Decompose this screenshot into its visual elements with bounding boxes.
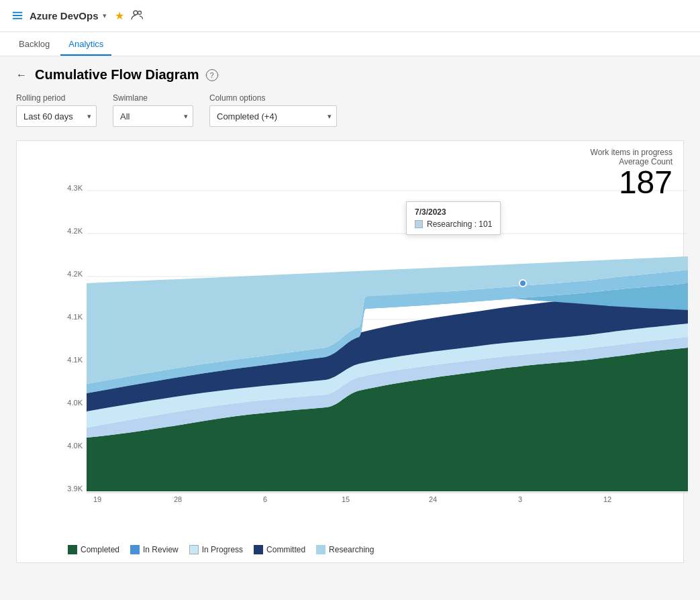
svg-text:19: 19 (93, 495, 101, 503)
svg-text:May: May (91, 504, 105, 505)
svg-text:Jul: Jul (515, 504, 525, 505)
swimlane-select[interactable]: All (113, 105, 193, 127)
people-icon (131, 9, 143, 23)
rolling-period-select[interactable]: Last 60 days Last 30 days Last 90 days (16, 105, 97, 127)
swimlane-select-wrapper: All ▾ (113, 105, 193, 127)
svg-text:12: 12 (603, 495, 611, 503)
app-title[interactable]: Azure DevOps (30, 10, 99, 21)
legend-color-committed (254, 545, 263, 554)
svg-text:24: 24 (429, 495, 437, 503)
help-icon[interactable]: ? (206, 69, 218, 81)
svg-text:4.1K: 4.1K (67, 356, 83, 364)
back-button[interactable]: ← (16, 69, 27, 81)
app-icon (11, 9, 24, 23)
top-header: Azure DevOps ▾ ★ (0, 0, 700, 32)
legend-color-researching (316, 545, 326, 554)
legend-color-in-progress (189, 545, 199, 554)
rolling-period-label: Rolling period (16, 93, 97, 103)
svg-text:3: 3 (518, 495, 522, 503)
swimlane-group: Swimlane All ▾ (113, 93, 193, 127)
work-items-info: Work items in progress Average Count 187 (591, 148, 672, 199)
column-options-group: Column options Completed (+4) ▾ (209, 93, 337, 127)
legend-item-researching: Researching (316, 545, 374, 554)
svg-rect-0 (13, 11, 22, 13)
legend-label-completed: Completed (81, 545, 119, 554)
rolling-period-group: Rolling period Last 60 days Last 30 days… (16, 93, 97, 127)
svg-text:4.2K: 4.2K (67, 227, 83, 235)
page-title: Cumulative Flow Diagram (35, 67, 199, 83)
svg-text:4.0K: 4.0K (67, 399, 83, 407)
column-options-select-wrapper: Completed (+4) ▾ (209, 105, 337, 127)
rolling-period-select-wrapper: Last 60 days Last 30 days Last 90 days ▾ (16, 105, 97, 127)
legend-color-completed (68, 545, 77, 554)
legend-item-in-review: In Review (130, 545, 179, 554)
legend: Completed In Review In Progress Committe… (57, 545, 374, 554)
chevron-down-icon[interactable]: ▾ (103, 11, 107, 20)
page-content: ← Cumulative Flow Diagram ? Rolling peri… (0, 56, 700, 600)
work-items-label: Work items in progress Average Count (591, 148, 672, 166)
legend-label-in-review: In Review (143, 545, 179, 554)
legend-item-in-progress: In Progress (189, 545, 243, 554)
legend-label-in-progress: In Progress (202, 545, 243, 554)
svg-rect-1 (13, 15, 22, 16)
nav-tabs: Backlog Analytics (0, 32, 700, 56)
work-items-count: 187 (591, 166, 672, 199)
chart-svg: 3.9K 4.0K 4.0K 4.1K 4.1K 4.2K 4.2K 4.3K (57, 149, 688, 505)
svg-text:3.9K: 3.9K (67, 485, 83, 493)
svg-text:4.0K: 4.0K (67, 442, 83, 450)
svg-text:28: 28 (174, 495, 182, 503)
page-header: ← Cumulative Flow Diagram ? (16, 67, 684, 83)
legend-label-researching: Researching (329, 545, 374, 554)
column-options-label: Column options (209, 93, 337, 103)
svg-text:15: 15 (342, 495, 350, 503)
svg-text:4.2K: 4.2K (67, 270, 83, 278)
tab-analytics[interactable]: Analytics (60, 34, 111, 56)
svg-text:Jun: Jun (259, 504, 271, 505)
svg-point-3 (134, 11, 138, 15)
star-icon[interactable]: ★ (115, 9, 124, 22)
swimlane-label: Swimlane (113, 93, 193, 103)
svg-text:4.3K: 4.3K (67, 184, 83, 192)
chart-container: Work items in progress Average Count 187… (16, 140, 684, 563)
legend-item-completed: Completed (68, 545, 119, 554)
svg-rect-2 (13, 17, 22, 19)
svg-point-4 (138, 11, 141, 14)
tab-backlog[interactable]: Backlog (11, 34, 58, 56)
legend-item-committed: Committed (254, 545, 305, 554)
controls-row: Rolling period Last 60 days Last 30 days… (16, 93, 684, 127)
legend-color-in-review (130, 545, 140, 554)
column-options-select[interactable]: Completed (+4) (209, 105, 337, 127)
legend-label-committed: Committed (266, 545, 305, 554)
svg-text:6: 6 (263, 495, 267, 503)
svg-text:4.1K: 4.1K (67, 313, 83, 321)
svg-point-32 (519, 280, 526, 287)
